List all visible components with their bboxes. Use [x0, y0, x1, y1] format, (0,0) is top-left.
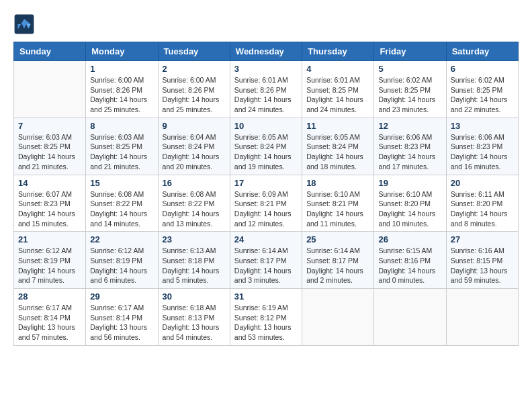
page-header [13, 13, 519, 35]
day-cell: 17Sunrise: 6:09 AMSunset: 8:21 PMDayligh… [230, 175, 302, 232]
day-info: Sunrise: 6:10 AMSunset: 8:20 PMDaylight:… [378, 189, 441, 229]
day-cell: 4Sunrise: 6:01 AMSunset: 8:25 PMDaylight… [302, 61, 374, 118]
day-cell: 31Sunrise: 6:19 AMSunset: 8:12 PMDayligh… [230, 289, 302, 346]
day-info: Sunrise: 6:17 AMSunset: 8:14 PMDaylight:… [90, 303, 153, 342]
day-info: Sunrise: 6:06 AMSunset: 8:23 PMDaylight:… [378, 132, 441, 172]
header-cell-sunday: Sunday [14, 42, 86, 61]
logo-icon [13, 13, 35, 35]
day-number: 8 [90, 121, 153, 131]
day-info: Sunrise: 6:01 AMSunset: 8:25 PMDaylight:… [306, 75, 369, 115]
day-info: Sunrise: 6:05 AMSunset: 8:24 PMDaylight:… [306, 132, 369, 172]
day-number: 15 [90, 178, 153, 188]
day-info: Sunrise: 6:10 AMSunset: 8:21 PMDaylight:… [306, 189, 369, 229]
day-cell: 24Sunrise: 6:14 AMSunset: 8:17 PMDayligh… [230, 232, 302, 289]
day-info: Sunrise: 6:00 AMSunset: 8:26 PMDaylight:… [163, 75, 226, 115]
day-cell: 5Sunrise: 6:02 AMSunset: 8:25 PMDaylight… [374, 61, 446, 118]
day-cell: 18Sunrise: 6:10 AMSunset: 8:21 PMDayligh… [302, 175, 374, 232]
day-info: Sunrise: 6:02 AMSunset: 8:25 PMDaylight:… [378, 75, 441, 115]
day-info: Sunrise: 6:15 AMSunset: 8:16 PMDaylight:… [378, 246, 441, 285]
day-info: Sunrise: 6:07 AMSunset: 8:23 PMDaylight:… [18, 189, 81, 229]
day-cell: 27Sunrise: 6:16 AMSunset: 8:15 PMDayligh… [446, 232, 518, 289]
day-info: Sunrise: 6:12 AMSunset: 8:19 PMDaylight:… [18, 246, 81, 285]
week-row-4: 21Sunrise: 6:12 AMSunset: 8:19 PMDayligh… [14, 232, 519, 289]
header-cell-saturday: Saturday [446, 42, 518, 61]
day-info: Sunrise: 6:08 AMSunset: 8:22 PMDaylight:… [163, 189, 226, 229]
day-cell: 22Sunrise: 6:12 AMSunset: 8:19 PMDayligh… [86, 232, 158, 289]
calendar-body: 1Sunrise: 6:00 AMSunset: 8:26 PMDaylight… [14, 61, 519, 346]
day-number: 23 [163, 234, 226, 244]
day-cell: 19Sunrise: 6:10 AMSunset: 8:20 PMDayligh… [374, 175, 446, 232]
day-info: Sunrise: 6:05 AMSunset: 8:24 PMDaylight:… [234, 132, 298, 172]
week-row-1: 1Sunrise: 6:00 AMSunset: 8:26 PMDaylight… [14, 61, 519, 118]
day-info: Sunrise: 6:09 AMSunset: 8:21 PMDaylight:… [234, 189, 298, 229]
day-info: Sunrise: 6:16 AMSunset: 8:15 PMDaylight:… [451, 246, 514, 285]
day-number: 24 [234, 234, 298, 244]
header-cell-thursday: Thursday [302, 42, 374, 61]
day-number: 3 [234, 64, 298, 74]
day-cell: 7Sunrise: 6:03 AMSunset: 8:25 PMDaylight… [14, 118, 86, 175]
day-cell: 30Sunrise: 6:18 AMSunset: 8:13 PMDayligh… [158, 289, 230, 346]
day-cell [14, 61, 86, 118]
day-number: 13 [451, 121, 514, 131]
calendar-header: SundayMondayTuesdayWednesdayThursdayFrid… [14, 42, 519, 61]
day-number: 7 [18, 121, 81, 131]
day-number: 14 [18, 178, 81, 188]
day-info: Sunrise: 6:14 AMSunset: 8:17 PMDaylight:… [306, 246, 369, 285]
week-row-3: 14Sunrise: 6:07 AMSunset: 8:23 PMDayligh… [14, 175, 519, 232]
day-info: Sunrise: 6:04 AMSunset: 8:24 PMDaylight:… [163, 132, 226, 172]
day-number: 26 [378, 234, 441, 244]
day-number: 22 [90, 234, 153, 244]
day-cell: 15Sunrise: 6:08 AMSunset: 8:22 PMDayligh… [86, 175, 158, 232]
header-cell-friday: Friday [374, 42, 446, 61]
day-info: Sunrise: 6:13 AMSunset: 8:18 PMDaylight:… [163, 246, 226, 285]
header-cell-monday: Monday [86, 42, 158, 61]
day-number: 6 [451, 64, 514, 74]
day-cell: 23Sunrise: 6:13 AMSunset: 8:18 PMDayligh… [158, 232, 230, 289]
day-number: 21 [18, 234, 81, 244]
day-number: 19 [378, 178, 441, 188]
day-info: Sunrise: 6:17 AMSunset: 8:14 PMDaylight:… [18, 303, 81, 342]
day-cell: 11Sunrise: 6:05 AMSunset: 8:24 PMDayligh… [302, 118, 374, 175]
day-cell: 28Sunrise: 6:17 AMSunset: 8:14 PMDayligh… [14, 289, 86, 346]
day-info: Sunrise: 6:02 AMSunset: 8:25 PMDaylight:… [451, 75, 514, 115]
day-info: Sunrise: 6:00 AMSunset: 8:26 PMDaylight:… [90, 75, 153, 115]
day-number: 11 [306, 121, 369, 131]
day-cell [302, 289, 374, 346]
day-number: 18 [306, 178, 369, 188]
day-cell: 29Sunrise: 6:17 AMSunset: 8:14 PMDayligh… [86, 289, 158, 346]
day-info: Sunrise: 6:08 AMSunset: 8:22 PMDaylight:… [90, 189, 153, 229]
day-info: Sunrise: 6:06 AMSunset: 8:23 PMDaylight:… [451, 132, 514, 172]
day-number: 10 [234, 121, 298, 131]
day-cell: 6Sunrise: 6:02 AMSunset: 8:25 PMDaylight… [446, 61, 518, 118]
calendar-table: SundayMondayTuesdayWednesdayThursdayFrid… [13, 42, 519, 346]
week-row-5: 28Sunrise: 6:17 AMSunset: 8:14 PMDayligh… [14, 289, 519, 346]
day-number: 1 [90, 64, 153, 74]
day-number: 2 [163, 64, 226, 74]
day-cell: 13Sunrise: 6:06 AMSunset: 8:23 PMDayligh… [446, 118, 518, 175]
header-cell-tuesday: Tuesday [158, 42, 230, 61]
day-cell [446, 289, 518, 346]
logo [13, 13, 38, 35]
day-number: 4 [306, 64, 369, 74]
day-cell: 12Sunrise: 6:06 AMSunset: 8:23 PMDayligh… [374, 118, 446, 175]
day-cell [374, 289, 446, 346]
day-cell: 16Sunrise: 6:08 AMSunset: 8:22 PMDayligh… [158, 175, 230, 232]
day-number: 12 [378, 121, 441, 131]
day-cell: 14Sunrise: 6:07 AMSunset: 8:23 PMDayligh… [14, 175, 86, 232]
day-cell: 9Sunrise: 6:04 AMSunset: 8:24 PMDaylight… [158, 118, 230, 175]
day-cell: 10Sunrise: 6:05 AMSunset: 8:24 PMDayligh… [230, 118, 302, 175]
day-number: 5 [378, 64, 441, 74]
day-info: Sunrise: 6:03 AMSunset: 8:25 PMDaylight:… [18, 132, 81, 172]
day-info: Sunrise: 6:12 AMSunset: 8:19 PMDaylight:… [90, 246, 153, 285]
day-number: 28 [18, 291, 81, 302]
day-info: Sunrise: 6:01 AMSunset: 8:26 PMDaylight:… [234, 75, 298, 115]
week-row-2: 7Sunrise: 6:03 AMSunset: 8:25 PMDaylight… [14, 118, 519, 175]
day-cell: 1Sunrise: 6:00 AMSunset: 8:26 PMDaylight… [86, 61, 158, 118]
day-number: 31 [234, 291, 298, 302]
day-number: 9 [163, 121, 226, 131]
day-number: 25 [306, 234, 369, 244]
day-info: Sunrise: 6:11 AMSunset: 8:20 PMDaylight:… [451, 189, 514, 229]
day-cell: 2Sunrise: 6:00 AMSunset: 8:26 PMDaylight… [158, 61, 230, 118]
day-info: Sunrise: 6:19 AMSunset: 8:12 PMDaylight:… [234, 303, 298, 342]
day-cell: 8Sunrise: 6:03 AMSunset: 8:25 PMDaylight… [86, 118, 158, 175]
